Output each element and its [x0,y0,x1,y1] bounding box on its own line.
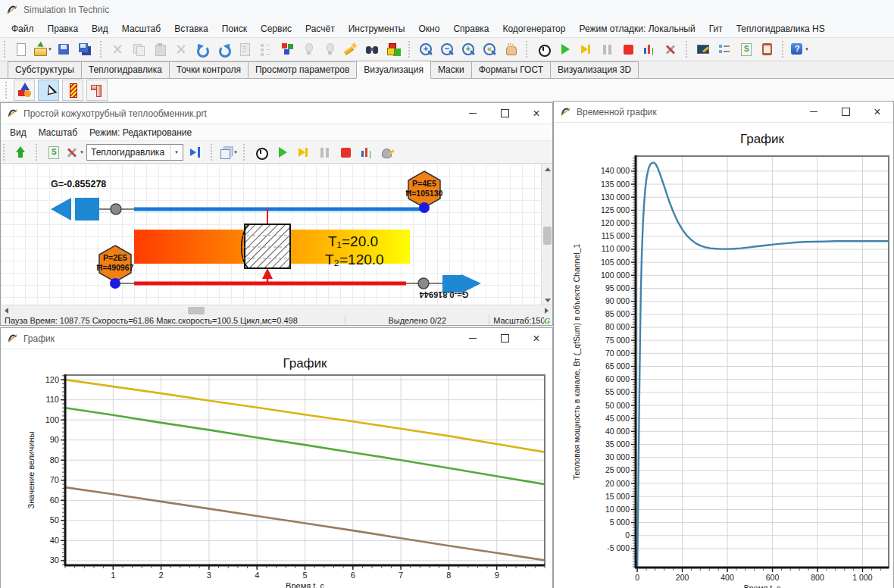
shapes-button[interactable] [14,80,35,101]
menu-item[interactable]: Масштаб [115,21,167,36]
minimize-button[interactable] [798,102,830,122]
step-button[interactable] [576,39,595,59]
menu-item[interactable]: Режим отладки: Локальный [572,21,702,36]
play-button[interactable] [272,142,292,162]
menu-item[interactable]: Вид [85,21,115,36]
menu-item[interactable]: Кодогенератор [495,21,572,36]
script-button[interactable] [736,39,755,59]
layers-button[interactable] [218,142,238,162]
dropdown-arrow-icon[interactable] [48,40,52,58]
redo-button[interactable] [214,39,233,59]
vertical-scrollbar[interactable] [541,164,552,306]
vertical-scroll-thumb[interactable] [543,227,552,245]
menu-item[interactable]: Режим: Редактирование [83,126,198,139]
tab-визуализация-3d[interactable]: Визуализация 3D [550,61,639,78]
menu-item[interactable]: Файл [5,21,41,36]
step-button[interactable] [293,142,313,162]
menu-item[interactable]: Теплогидравлика HS [730,21,832,36]
components-button[interactable] [277,39,297,59]
script-button[interactable] [43,142,63,162]
pan-hand-button[interactable] [501,39,520,59]
chart-button[interactable] [357,142,377,162]
outflow-left[interactable] [51,198,99,220]
menu-item[interactable]: Масштаб [33,126,83,139]
pipe-button[interactable] [86,80,108,101]
timer-button[interactable] [533,39,553,59]
pause-button[interactable] [597,39,617,59]
new-file-button[interactable] [11,39,31,59]
debug-screen-button[interactable] [693,39,713,59]
scroll-left-icon[interactable] [1,305,12,316]
maximize-button[interactable] [830,102,861,122]
horizontal-scroll-thumb[interactable] [188,307,205,314]
pause-button[interactable] [314,142,334,162]
svg-text:0: 0 [625,530,630,540]
tab-субструктуры[interactable]: Субструктуры [8,61,82,78]
db-edit-button[interactable] [378,142,398,162]
timer-button[interactable] [251,142,270,162]
tab-визуализация[interactable]: Визуализация [356,61,431,79]
scroll-up-icon[interactable] [542,164,553,175]
menu-item[interactable]: Инструменты [342,21,412,36]
tab-точки-контроля[interactable]: Точки контроля [169,61,249,78]
stop-button[interactable] [618,39,638,59]
close-button[interactable] [861,102,893,122]
heater-button[interactable] [62,80,83,101]
menu-item[interactable]: Сервис [254,21,299,36]
menu-item[interactable]: Правка [41,21,86,36]
menu-item[interactable]: Справка [446,21,495,36]
chart-button[interactable] [639,39,659,59]
undo-button[interactable] [192,39,212,59]
connect-button[interactable] [186,142,205,162]
dropdown-arrow-icon[interactable] [80,143,84,161]
minimize-button[interactable] [457,328,489,349]
save-all-button[interactable] [75,39,95,59]
boundary-node-left[interactable]: P=2E5 Ħ=490967 [97,246,134,289]
menu-item[interactable]: Гит [702,21,730,36]
stop-button[interactable] [336,142,355,162]
zoom-back-button[interactable] [480,39,499,59]
structure-type-combobox[interactable]: Теплогидравлика [86,144,183,161]
port-node[interactable] [111,204,121,214]
tab-маски[interactable]: Маски [430,61,472,78]
help-button[interactable] [789,39,809,59]
dropdown-arrow-icon[interactable] [805,40,809,58]
menu-item[interactable]: Расчёт [299,21,342,36]
flashlight-button[interactable] [341,39,361,59]
layers-color-button[interactable] [383,39,403,59]
maximize-button[interactable] [489,328,520,349]
chevron-down-icon[interactable] [170,145,183,160]
svg-text:90 000: 90 000 [605,296,630,305]
horizontal-scrollbar[interactable] [1,305,552,315]
open-file-button[interactable] [33,39,52,59]
binoculars-button[interactable] [362,39,382,59]
menu-item[interactable]: Окно [412,21,447,36]
tab-форматы-гост[interactable]: Форматы ГОСТ [471,61,551,78]
minimize-button[interactable] [457,103,489,124]
zoom-out-button[interactable] [437,39,457,59]
port-node[interactable] [418,278,429,289]
close-button[interactable] [520,103,552,124]
up-button[interactable] [11,142,30,162]
zoom-region-button[interactable] [458,39,478,59]
boundary-node-right[interactable]: P=4E5 Ħ=105130 [406,171,443,213]
save-button[interactable] [54,39,73,59]
parameters-button[interactable] [714,39,734,59]
menu-item[interactable]: Вид [4,126,33,139]
dropdown-arrow-icon[interactable] [233,143,238,161]
build-button[interactable] [64,142,84,162]
play-button[interactable] [555,39,574,59]
cursor-button[interactable] [38,80,59,101]
maximize-button[interactable] [489,103,520,124]
menu-item[interactable]: Поиск [215,21,254,36]
tab-просмотр-параметров[interactable]: Просмотр параметров [248,61,357,78]
build-button[interactable] [661,39,680,59]
clipboard-button[interactable] [757,39,777,59]
zoom-in-button[interactable] [416,39,436,59]
tab-теплогидравлика[interactable]: Теплогидравлика [81,61,170,78]
exchanger-core[interactable] [242,224,290,268]
scroll-right-icon[interactable] [541,305,552,316]
diagram-canvas[interactable]: G=-0.855278 T₁=20.0 T₂=120.0 [1,164,542,306]
close-button[interactable] [520,328,552,349]
menu-item[interactable]: Вставка [167,21,215,36]
